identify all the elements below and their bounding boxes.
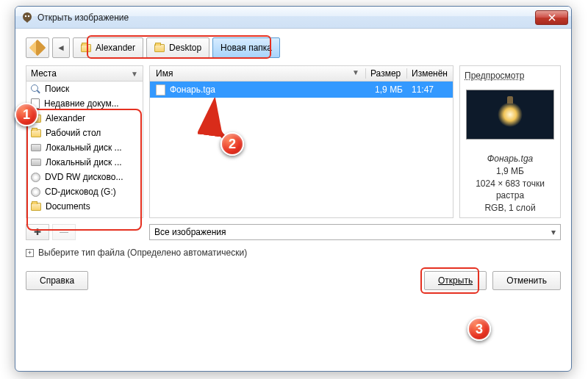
open-button[interactable]: Открыть xyxy=(424,271,487,290)
cancel-button[interactable]: Отменить xyxy=(492,271,561,290)
preview-filename: Фонарь.tga xyxy=(463,153,557,165)
titlebar[interactable]: Открыть изображение xyxy=(15,7,571,29)
add-bookmark-button[interactable]: ✚ xyxy=(26,224,49,240)
plus-icon: ✚ xyxy=(34,227,41,237)
file-row-selected[interactable]: Фонарь.tga 1,9 МБ 11:47 xyxy=(150,82,453,98)
col-header-modified[interactable]: Изменён xyxy=(407,68,453,79)
dialog-buttons: Справка Открыть Отменить xyxy=(26,271,561,290)
place-item-home[interactable]: Alexander xyxy=(26,111,143,126)
write-location-button[interactable] xyxy=(26,37,49,58)
below-row: ✚ — Все изображения ▾ xyxy=(26,224,561,240)
breadcrumb-item-desktop[interactable]: Desktop xyxy=(146,37,209,58)
help-button[interactable]: Справка xyxy=(26,271,88,290)
file-name: Фонарь.tga xyxy=(170,84,215,95)
place-item-dvd[interactable]: DVD RW дисково... xyxy=(26,170,143,184)
place-item-cd[interactable]: CD-дисковод (G:) xyxy=(26,184,143,199)
breadcrumb-label: Desktop xyxy=(169,43,201,53)
open-image-dialog: Открыть изображение ◄ Alexander Desktop … xyxy=(15,6,572,372)
filetype-label: Выберите тип файла (Определено автоматич… xyxy=(38,248,247,258)
file-size: 1,9 МБ xyxy=(366,84,407,95)
breadcrumb: ◄ Alexander Desktop Новая папка xyxy=(26,37,561,58)
preview-dims: 1024 × 683 точки растра xyxy=(463,178,557,203)
breadcrumb-item-current[interactable]: Новая папка xyxy=(212,37,280,58)
place-item-desktop[interactable]: Рабочий стол xyxy=(26,126,143,140)
places-header-label: Места xyxy=(31,68,57,79)
dialog-body: ◄ Alexander Desktop Новая папка Места ▼ … xyxy=(15,29,571,300)
place-item-disk2[interactable]: Локальный диск ... xyxy=(26,155,143,170)
place-item-search[interactable]: Поиск xyxy=(26,82,143,96)
preview-info: Фонарь.tga 1,9 МБ 1024 × 683 точки растр… xyxy=(463,153,557,214)
disk-icon xyxy=(31,159,41,166)
preview-size: 1,9 МБ xyxy=(463,165,557,178)
folder-icon xyxy=(31,203,41,211)
document-icon xyxy=(31,98,40,109)
col-header-name[interactable]: Имя▼ xyxy=(150,68,366,79)
filter-label: Все изображения xyxy=(154,227,226,237)
filetype-expander[interactable]: + Выберите тип файла (Определено автомат… xyxy=(26,248,561,258)
col-header-size[interactable]: Размер xyxy=(366,68,407,79)
place-item-disk1[interactable]: Локальный диск ... xyxy=(26,140,143,155)
pencil-icon xyxy=(29,40,46,57)
close-button[interactable] xyxy=(535,10,568,25)
preview-panel: Предпросмотр Фонарь.tga 1,9 МБ 1024 × 68… xyxy=(459,65,561,218)
search-icon xyxy=(31,84,40,94)
remove-bookmark-button[interactable]: — xyxy=(52,224,76,240)
folder-icon xyxy=(81,44,91,52)
places-list: Поиск Недавние докум... Alexander Рабочи… xyxy=(26,82,143,218)
window-title: Открыть изображение xyxy=(37,12,535,23)
places-header[interactable]: Места ▼ xyxy=(26,65,143,82)
file-modified: 11:47 xyxy=(407,84,453,95)
close-icon xyxy=(548,14,556,21)
disk-icon xyxy=(31,144,41,151)
svg-point-1 xyxy=(28,15,29,16)
places-panel: Места ▼ Поиск Недавние докум... Alexande… xyxy=(26,65,143,218)
cd-icon xyxy=(31,187,40,197)
folder-icon xyxy=(31,115,41,123)
breadcrumb-back-button[interactable]: ◄ xyxy=(52,37,70,58)
file-icon xyxy=(156,84,165,95)
breadcrumb-label: Alexander xyxy=(96,43,135,53)
file-filter-select[interactable]: Все изображения ▾ xyxy=(149,224,561,240)
preview-thumbnail[interactable] xyxy=(466,90,554,140)
lamp-icon xyxy=(498,102,523,127)
app-icon xyxy=(21,12,33,24)
triangle-down-icon: ▼ xyxy=(352,68,359,79)
expand-icon: + xyxy=(26,249,34,257)
place-item-documents[interactable]: Documents xyxy=(26,199,143,214)
breadcrumb-label: Новая папка xyxy=(220,43,272,53)
main-content: Места ▼ Поиск Недавние докум... Alexande… xyxy=(26,65,561,218)
preview-mode: RGB, 1 слой xyxy=(463,202,557,214)
folder-icon xyxy=(31,129,41,137)
bookmark-buttons: ✚ — xyxy=(26,224,143,240)
preview-title: Предпросмотр xyxy=(463,69,557,84)
files-header: Имя▼ Размер Изменён xyxy=(149,65,453,82)
svg-point-0 xyxy=(25,15,26,16)
triangle-down-icon: ▼ xyxy=(131,70,138,78)
breadcrumb-item-alexander[interactable]: Alexander xyxy=(73,37,143,58)
folder-icon xyxy=(154,44,165,52)
triangle-down-icon: ▾ xyxy=(551,227,556,237)
place-item-recent[interactable]: Недавние докум... xyxy=(26,96,143,111)
files-list[interactable]: Фонарь.tga 1,9 МБ 11:47 xyxy=(149,82,453,218)
triangle-left-icon: ◄ xyxy=(57,43,65,53)
files-panel: Имя▼ Размер Изменён Фонарь.tga 1,9 МБ 11… xyxy=(149,65,453,218)
minus-icon: — xyxy=(60,227,68,237)
cd-icon xyxy=(31,173,40,182)
